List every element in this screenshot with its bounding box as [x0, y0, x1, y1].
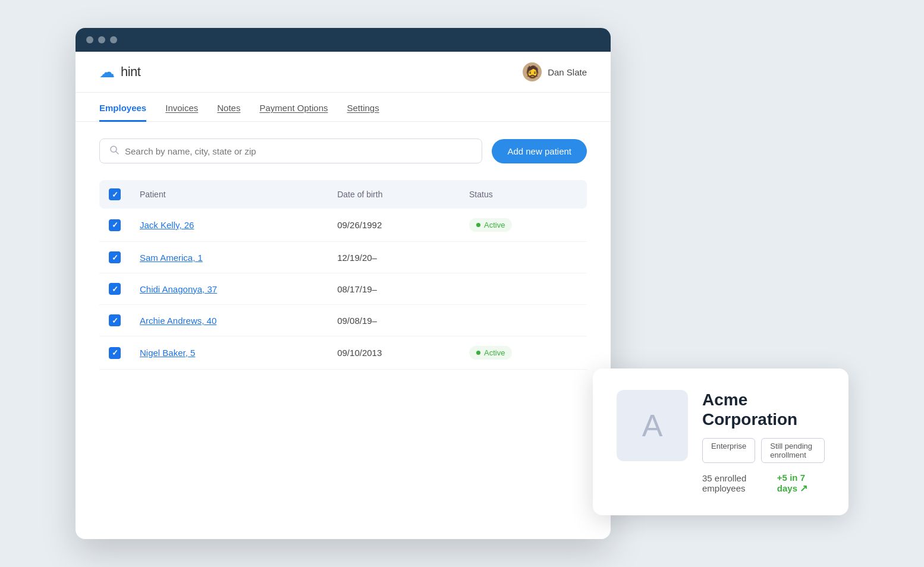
status-badge: Active: [469, 218, 512, 232]
status-cell: [460, 273, 587, 305]
table-row: ✓ Archie Andrews, 40 09/08/19–: [99, 305, 587, 336]
company-stats: 35 enrolled employees +5 in 7 days ↗: [702, 472, 825, 494]
status-text: Active: [484, 220, 505, 229]
patient-name-cell: Sam America, 1: [130, 242, 328, 273]
row-checkbox-cell[interactable]: ✓: [99, 273, 130, 305]
patient-link[interactable]: Archie Andrews, 40: [140, 316, 216, 326]
row-checkbox[interactable]: ✓: [109, 314, 121, 326]
nav-tabs: Employees Invoices Notes Payment Options…: [76, 93, 611, 122]
company-avatar: A: [617, 390, 688, 461]
dob-cell: 08/17/19–: [328, 273, 460, 305]
traffic-light-yellow[interactable]: [98, 36, 105, 43]
status-dot: [476, 223, 480, 227]
enterprise-badge: Enterprise: [702, 438, 755, 463]
status-cell: [460, 305, 587, 336]
traffic-light-red[interactable]: [86, 36, 93, 43]
row-checkbox-cell[interactable]: ✓: [99, 209, 130, 242]
main-content: Add new patient ✓ Patient Date of birth …: [76, 122, 611, 539]
table-row: ✓ Jack Kelly, 26 09/26/1992 Active: [99, 209, 587, 242]
svg-line-1: [116, 152, 118, 154]
col-status: Status: [460, 180, 587, 209]
dob-cell: 09/10/2013: [328, 336, 460, 370]
row-checkbox[interactable]: ✓: [109, 283, 121, 295]
row-checkbox[interactable]: ✓: [109, 251, 121, 263]
patient-name-cell: Jack Kelly, 26: [130, 209, 328, 242]
company-name: Acme Corporation: [702, 390, 825, 430]
tab-settings[interactable]: Settings: [347, 93, 379, 122]
company-badges: Enterprise Still pending enrollment: [702, 438, 825, 463]
col-dob: Date of birth: [328, 180, 460, 209]
col-patient: Patient: [130, 180, 328, 209]
row-checkbox-cell[interactable]: ✓: [99, 242, 130, 273]
tab-notes[interactable]: Notes: [217, 93, 240, 122]
browser-titlebar: [76, 28, 611, 52]
table-body: ✓ Jack Kelly, 26 09/26/1992 Active: [99, 209, 587, 370]
browser-window: ☁ hint 🧔 Dan Slate Employees Invoices No…: [76, 28, 611, 539]
avatar: 🧔: [523, 62, 542, 81]
dob-cell: 09/26/1992: [328, 209, 460, 242]
tab-employees[interactable]: Employees: [99, 93, 146, 122]
enrollment-badge: Still pending enrollment: [761, 438, 825, 463]
search-icon: [109, 145, 119, 157]
select-all-checkbox[interactable]: ✓: [109, 188, 121, 200]
scene: ☁ hint 🧔 Dan Slate Employees Invoices No…: [76, 28, 848, 539]
user-name: Dan Slate: [548, 67, 587, 77]
tab-invoices[interactable]: Invoices: [165, 93, 198, 122]
table-header: ✓ Patient Date of birth Status: [99, 180, 587, 209]
user-area[interactable]: 🧔 Dan Slate: [523, 62, 587, 81]
logo-area: ☁ hint: [99, 63, 140, 81]
search-row: Add new patient: [99, 138, 587, 163]
company-info: Acme Corporation Enterprise Still pendin…: [702, 390, 825, 494]
status-badge: Active: [469, 346, 512, 360]
row-checkbox-cell[interactable]: ✓: [99, 305, 130, 336]
search-input[interactable]: [125, 146, 472, 156]
traffic-light-green[interactable]: [110, 36, 117, 43]
table-row: ✓ Chidi Anagonya, 37 08/17/19–: [99, 273, 587, 305]
logo-text: hint: [121, 64, 140, 80]
patient-link[interactable]: Jack Kelly, 26: [140, 220, 194, 230]
patient-name-cell: Archie Andrews, 40: [130, 305, 328, 336]
patient-table: ✓ Patient Date of birth Status ✓: [99, 180, 587, 370]
arrow-up-icon: ↗: [800, 483, 807, 493]
row-checkbox-cell[interactable]: ✓: [99, 336, 130, 370]
patient-name-cell: Chidi Anagonya, 37: [130, 273, 328, 305]
logo-cloud-icon: ☁: [99, 63, 115, 81]
enrolled-count: 35 enrolled employees: [702, 473, 772, 493]
dob-cell: 09/08/19–: [328, 305, 460, 336]
status-cell: [460, 242, 587, 273]
status-dot: [476, 351, 480, 355]
app-header: ☁ hint 🧔 Dan Slate: [76, 52, 611, 93]
tab-payment-options[interactable]: Payment Options: [259, 93, 328, 122]
add-patient-button[interactable]: Add new patient: [492, 139, 587, 163]
status-cell: Active: [460, 209, 587, 242]
table-row: ✓ Sam America, 1 12/19/20–: [99, 242, 587, 273]
growth-stat: +5 in 7 days ↗: [777, 472, 825, 494]
row-checkbox[interactable]: ✓: [109, 347, 121, 359]
header-checkbox-cell: ✓: [99, 180, 130, 209]
status-text: Active: [484, 348, 505, 357]
patient-name-cell: Nigel Baker, 5: [130, 336, 328, 370]
status-cell: Active: [460, 336, 587, 370]
table-row: ✓ Nigel Baker, 5 09/10/2013 Active: [99, 336, 587, 370]
search-box[interactable]: [99, 138, 482, 163]
patient-link[interactable]: Sam America, 1: [140, 253, 203, 263]
row-checkbox[interactable]: ✓: [109, 219, 121, 231]
tooltip-card: A Acme Corporation Enterprise Still pend…: [593, 368, 848, 515]
company-avatar-letter: A: [642, 408, 663, 443]
patient-link[interactable]: Nigel Baker, 5: [140, 348, 195, 358]
patient-link[interactable]: Chidi Anagonya, 37: [140, 284, 217, 294]
avatar-icon: 🧔: [525, 65, 540, 79]
browser-content: ☁ hint 🧔 Dan Slate Employees Invoices No…: [76, 52, 611, 539]
dob-cell: 12/19/20–: [328, 242, 460, 273]
